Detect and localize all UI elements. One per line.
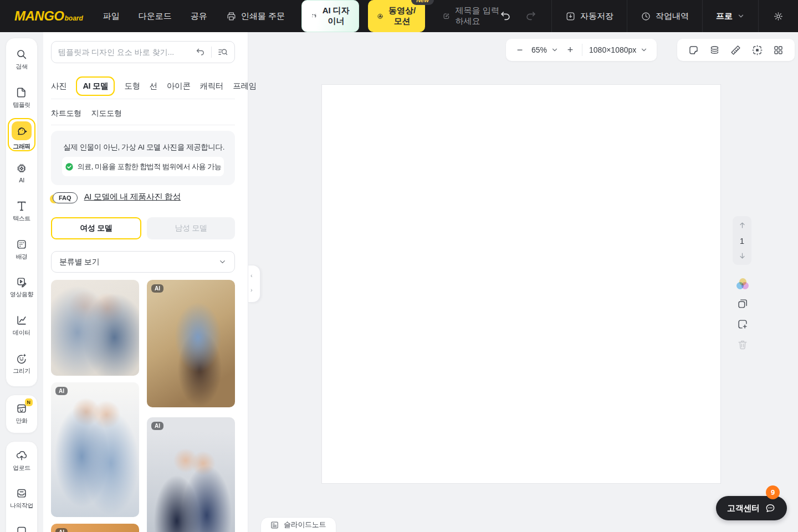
slide-note-tab[interactable]: 슬라이드노트 bbox=[260, 517, 336, 532]
sidebar-item-graphic[interactable]: 그래픽 bbox=[6, 121, 37, 151]
search-input[interactable] bbox=[52, 48, 195, 57]
sidebar-item-label: 나의작업 bbox=[6, 502, 37, 510]
sidebar-item-text[interactable]: 텍스트 bbox=[6, 200, 37, 223]
recent-search-icon[interactable] bbox=[195, 47, 206, 58]
sticker-icon[interactable] bbox=[688, 44, 699, 56]
sidebar-item-partial[interactable] bbox=[6, 525, 37, 532]
ai-model-thumbnail[interactable]: AI bbox=[147, 280, 235, 407]
chevron-down-icon bbox=[737, 12, 745, 20]
notice-title: 실제 인물이 아닌, 가상 AI 모델 사진을 제공합니다. bbox=[63, 142, 224, 152]
sidebar-item-label: 배경 bbox=[6, 253, 37, 261]
printer-icon bbox=[226, 11, 237, 22]
plan-dropdown[interactable]: 프로 bbox=[703, 0, 758, 32]
add-page-button[interactable] bbox=[736, 318, 749, 332]
template-icon bbox=[16, 86, 28, 99]
focus-area-icon[interactable] bbox=[751, 44, 763, 56]
support-center-button[interactable]: 고객센터 bbox=[716, 496, 787, 520]
male-model-button[interactable]: 남성 모델 bbox=[147, 217, 235, 239]
video-audio-icon bbox=[16, 276, 28, 288]
tab-line[interactable]: 선 bbox=[150, 81, 157, 91]
sidebar-item-label: 영상음향 bbox=[6, 290, 37, 299]
category-filter-dropdown[interactable]: 분류별 보기 bbox=[51, 251, 235, 273]
graphic-bird-icon bbox=[16, 125, 28, 137]
tab-photo[interactable]: 사진 bbox=[51, 81, 66, 91]
sidebar-item-ai[interactable]: AI bbox=[6, 162, 37, 183]
chat-bubble-icon bbox=[765, 503, 776, 514]
sidebar-item-search[interactable]: 검색 bbox=[6, 48, 37, 71]
filter-search-icon[interactable] bbox=[217, 47, 228, 58]
chevron-down-icon bbox=[640, 46, 648, 54]
subtab-chart-shapes[interactable]: 차트도형 bbox=[51, 109, 81, 119]
menu-file[interactable]: 파일 bbox=[103, 11, 120, 22]
chevron-down-icon bbox=[218, 258, 227, 266]
notice-allowed-pill: 의료, 미용을 포함한 합법적 범위에서 사용 가능 bbox=[62, 157, 224, 176]
zoom-divider bbox=[582, 44, 582, 56]
subtabs-divider bbox=[51, 125, 235, 125]
chevron-down-icon bbox=[551, 46, 559, 54]
search-icon bbox=[16, 48, 28, 60]
search-divider bbox=[211, 47, 212, 58]
sidebar-item-template[interactable]: 템플릿 bbox=[6, 86, 37, 109]
history-button[interactable]: 작업내역 bbox=[627, 0, 702, 32]
page-color-button[interactable] bbox=[736, 278, 749, 289]
layers-icon[interactable] bbox=[709, 44, 720, 56]
sidebar-item-label: 텍스트 bbox=[6, 214, 37, 223]
menu-share[interactable]: 공유 bbox=[191, 11, 207, 22]
sidebar-item-draw[interactable]: 그리기 bbox=[6, 352, 37, 375]
sidebar-item-my-works[interactable]: 나의작업 bbox=[6, 487, 37, 510]
ai-generated-badge: AI bbox=[55, 528, 68, 532]
page-up-icon[interactable] bbox=[738, 221, 746, 229]
page-down-icon[interactable] bbox=[738, 252, 746, 260]
video-motion-button[interactable]: 동영상/모션 New bbox=[368, 0, 424, 32]
tab-frame[interactable]: 프레임 bbox=[233, 81, 257, 91]
menu-print-order[interactable]: 인쇄물 주문 bbox=[226, 11, 285, 22]
zoom-out-button[interactable]: − bbox=[515, 44, 525, 56]
plan-label: 프로 bbox=[716, 11, 733, 22]
tab-icon[interactable]: 아이콘 bbox=[167, 81, 191, 91]
sidebar-item-label: 데이터 bbox=[6, 329, 37, 337]
zoom-controls: − 65% + 1080×1080px bbox=[506, 39, 657, 61]
undo-button[interactable] bbox=[499, 10, 511, 22]
logo-main-text: MANGO bbox=[14, 8, 64, 24]
redo-icon bbox=[525, 10, 537, 22]
ai-model-thumbnail[interactable]: AI bbox=[51, 382, 139, 517]
sidebar-item-background[interactable]: 배경 bbox=[6, 238, 37, 261]
mangoboard-logo[interactable]: MANGO board bbox=[14, 8, 83, 24]
ai-model-thumbnail[interactable] bbox=[51, 280, 139, 376]
faq-link[interactable]: AI 모델에 내 제품사진 합성 bbox=[84, 192, 181, 202]
sidebar-item-comic[interactable]: N 만화 bbox=[6, 402, 37, 425]
faq-badge[interactable]: FAQ bbox=[53, 192, 78, 202]
ruler-icon[interactable] bbox=[730, 44, 741, 56]
canvas-artboard[interactable] bbox=[321, 84, 721, 484]
sidebar-item-video-audio[interactable]: 영상음향 bbox=[6, 276, 37, 299]
document-size-dropdown[interactable]: 1080×1080px bbox=[589, 45, 648, 54]
ai-designer-button[interactable]: AI 디자이너 bbox=[301, 0, 359, 32]
ai-model-thumbnail[interactable]: AI bbox=[147, 417, 235, 532]
zoom-level-dropdown[interactable]: 65% bbox=[531, 45, 559, 54]
grid-view-icon[interactable] bbox=[773, 44, 784, 56]
menu-download[interactable]: 다운로드 bbox=[139, 11, 172, 22]
settings-button[interactable] bbox=[759, 0, 798, 32]
document-title-field[interactable]: 제목을 입력하세요 bbox=[443, 6, 499, 27]
ai-model-thumbnail[interactable]: AI bbox=[51, 524, 139, 532]
sub-category-tabs: 차트도형 지도도형 bbox=[51, 109, 122, 119]
sidebar-item-upload[interactable]: 업로드 bbox=[6, 449, 37, 472]
autosave-button[interactable]: 자동저장 bbox=[552, 0, 627, 32]
subtab-map-shapes[interactable]: 지도도형 bbox=[91, 109, 122, 119]
faq-row: FAQ AI 모델에 내 제품사진 합성 bbox=[53, 192, 181, 202]
tab-shape[interactable]: 도형 bbox=[124, 81, 140, 91]
trash-icon bbox=[736, 339, 749, 351]
panel-collapse-handle[interactable]: ‹ › bbox=[248, 265, 260, 303]
page-navigator: 1 bbox=[733, 216, 751, 265]
duplicate-page-button[interactable] bbox=[736, 298, 749, 312]
delete-page-button[interactable] bbox=[736, 339, 749, 353]
tab-character[interactable]: 캐릭터 bbox=[200, 81, 224, 91]
zoom-in-button[interactable]: + bbox=[565, 44, 575, 56]
sidebar-item-label: 그래픽 bbox=[6, 142, 37, 151]
autosave-label: 자동저장 bbox=[580, 11, 613, 22]
sidebar-item-data[interactable]: 데이터 bbox=[6, 314, 37, 337]
redo-button[interactable] bbox=[525, 10, 537, 22]
tab-ai-model[interactable]: AI 모델 bbox=[76, 76, 115, 96]
ai-chip-icon bbox=[16, 162, 28, 175]
female-model-button[interactable]: 여성 모델 bbox=[51, 217, 141, 239]
